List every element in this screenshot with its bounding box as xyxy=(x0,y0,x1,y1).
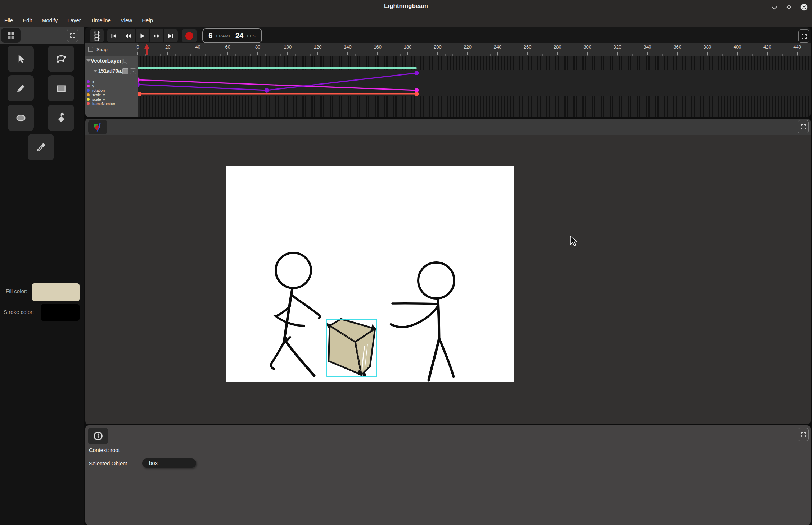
record-button[interactable] xyxy=(182,29,197,42)
ruler-label: 240 xyxy=(494,44,502,50)
ruler-label: 160 xyxy=(374,44,382,50)
play-button[interactable] xyxy=(136,29,149,42)
stick-figure-left[interactable] xyxy=(271,253,320,376)
property-label: scale_x xyxy=(92,93,105,97)
artboard[interactable] xyxy=(226,166,514,382)
stick-figure-right[interactable] xyxy=(391,262,454,380)
inspector-expand-button[interactable] xyxy=(798,428,809,441)
menu-item-modify[interactable]: Modify xyxy=(40,17,60,24)
ruler-label: 340 xyxy=(644,44,651,50)
close-icon[interactable] xyxy=(800,4,808,12)
object-name[interactable]: 151ad70a... xyxy=(98,68,125,74)
panel-grid-button[interactable] xyxy=(1,28,21,43)
ruler-label: 440 xyxy=(793,44,801,50)
menu-item-help[interactable]: Help xyxy=(140,17,155,24)
stage-drawing xyxy=(226,166,514,382)
ruler-major-tick xyxy=(557,52,558,55)
property-label: y xyxy=(92,84,94,88)
timeline-expand-button[interactable] xyxy=(798,29,809,43)
stroke-color-swatch[interactable] xyxy=(41,304,80,321)
fill-bucket-icon xyxy=(55,112,67,124)
layer-collapse-icon[interactable] xyxy=(86,59,91,62)
curve-frame-end-key[interactable] xyxy=(415,92,419,96)
playhead[interactable] xyxy=(144,44,150,55)
menu-item-file[interactable]: File xyxy=(2,17,15,24)
playback-controls xyxy=(107,29,178,42)
box-object[interactable] xyxy=(326,319,377,376)
rectangle-icon xyxy=(55,83,67,94)
maximize-icon[interactable] xyxy=(786,4,792,12)
film-button[interactable] xyxy=(90,29,104,42)
curve-frame-start-key[interactable] xyxy=(138,92,141,96)
titlebar: Lightningbeam FileEditModifyLayerTimelin… xyxy=(0,0,812,27)
property-label: x xyxy=(92,79,94,84)
fill-color-label: Fill color: xyxy=(6,288,27,294)
skip-start-button[interactable] xyxy=(107,29,121,42)
ruler-label: 180 xyxy=(404,44,412,50)
fill-color-swatch[interactable] xyxy=(32,283,80,301)
ruler-major-tick xyxy=(287,52,288,55)
expand-icon xyxy=(800,124,806,130)
scene-button[interactable] xyxy=(88,120,107,134)
selected-object-input[interactable]: box xyxy=(142,458,196,468)
property-color-dot xyxy=(87,80,90,83)
tool-ellipse[interactable] xyxy=(8,105,34,131)
tool-rectangle[interactable] xyxy=(48,75,74,101)
tool-eyedropper[interactable] xyxy=(28,134,54,160)
menu-item-layer[interactable]: Layer xyxy=(65,17,83,24)
canvas-panel xyxy=(85,119,811,424)
inspector-panel: Context: root Selected Object box xyxy=(85,425,811,525)
object-collapse-icon[interactable] xyxy=(93,70,98,72)
property-row-scale_y[interactable]: scale_y xyxy=(87,97,105,101)
tool-select[interactable] xyxy=(8,46,34,72)
layer-extent-bar[interactable] xyxy=(138,67,417,69)
menu-item-edit[interactable]: Edit xyxy=(21,17,34,24)
object-visibility-button[interactable] xyxy=(122,68,128,74)
ruler-label: 420 xyxy=(763,44,771,50)
ruler-label: 40 xyxy=(195,44,200,50)
layer-name[interactable]: VectorLayer[L] xyxy=(91,58,128,64)
skip-end-button[interactable] xyxy=(164,29,178,42)
property-row-y[interactable]: y xyxy=(87,84,94,88)
snap-checkbox[interactable] xyxy=(88,47,93,52)
ruler-major-tick xyxy=(617,52,618,55)
canvas-panel-header xyxy=(85,119,811,135)
ruler-major-tick xyxy=(737,52,738,55)
info-button[interactable] xyxy=(88,428,108,444)
canvas-expand-button[interactable] xyxy=(798,120,809,133)
expand-icon xyxy=(800,432,806,438)
frame-ruler[interactable]: Snap 02040608010012014016018020022024026… xyxy=(85,43,811,56)
tools-expand-button[interactable] xyxy=(67,29,78,42)
ruler-label: 140 xyxy=(344,44,352,50)
ruler-label: 0 xyxy=(136,44,139,50)
minimize-icon[interactable] xyxy=(771,5,777,11)
ruler-label: 220 xyxy=(464,44,472,50)
ruler-major-tick xyxy=(167,52,168,55)
curve-x-start-key[interactable] xyxy=(138,82,140,87)
ruler-label: 400 xyxy=(734,44,741,50)
curve-x-end-key[interactable] xyxy=(415,71,419,75)
selected-object-label: Selected Object xyxy=(89,460,127,466)
rewind-button[interactable] xyxy=(121,29,135,42)
tool-pencil[interactable] xyxy=(8,75,34,101)
frame-unit-label: FRAME xyxy=(216,34,232,38)
track-area[interactable] xyxy=(138,56,811,117)
property-row-frameNumber[interactable]: frameNumber xyxy=(87,101,115,106)
ruler-major-tick xyxy=(647,52,648,55)
property-row-scale_x[interactable]: scale_x xyxy=(87,93,105,97)
property-row-rotation[interactable]: rotation xyxy=(87,88,105,92)
tool-fill-bucket[interactable] xyxy=(48,105,74,131)
menu-item-view[interactable]: View xyxy=(118,17,134,24)
property-color-dot xyxy=(87,93,90,96)
stroke-color-label: Stroke color: xyxy=(4,309,34,315)
fast-forward-button[interactable] xyxy=(150,29,163,42)
curve-x-key[interactable] xyxy=(265,88,269,93)
layer-list: VectorLayer[L] 151ad70a... ~ xyrotations… xyxy=(85,56,138,117)
ruler-label: 100 xyxy=(284,44,292,50)
menu-item-timeline[interactable]: Timeline xyxy=(89,17,113,24)
curve-y-start-key[interactable] xyxy=(138,78,140,82)
tool-transform[interactable] xyxy=(48,46,74,72)
object-ease-button[interactable]: ~ xyxy=(130,68,136,74)
pencil-icon xyxy=(15,83,26,94)
property-row-x[interactable]: x xyxy=(87,79,94,84)
